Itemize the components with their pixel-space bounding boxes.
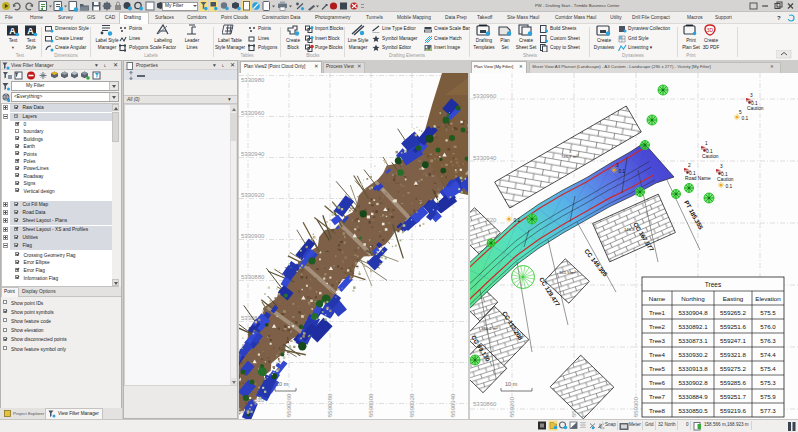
svg-text:5330892.1: 5330892.1 bbox=[678, 323, 708, 330]
svg-text:Tree7: Tree7 bbox=[649, 393, 665, 400]
svg-text:Tree4: Tree4 bbox=[649, 351, 665, 358]
svg-text:5330884.9: 5330884.9 bbox=[678, 393, 708, 400]
svg-text:0.1: 0.1 bbox=[751, 101, 758, 106]
svg-text:559321.8: 559321.8 bbox=[720, 351, 746, 358]
svg-text:559251.6: 559251.6 bbox=[720, 323, 746, 330]
svg-text:5330913.8: 5330913.8 bbox=[678, 365, 708, 372]
svg-text:Tree2: Tree2 bbox=[649, 323, 665, 330]
svg-text:5590340: 5590340 bbox=[450, 393, 456, 417]
svg-text:5330940: 5330940 bbox=[241, 151, 265, 157]
svg-text:5330873.1: 5330873.1 bbox=[678, 337, 708, 344]
svg-text:5590280: 5590280 bbox=[327, 393, 333, 417]
svg-text:5330960: 5330960 bbox=[241, 110, 265, 116]
svg-text:575.5: 575.5 bbox=[760, 309, 776, 316]
svg-text:5330980: 5330980 bbox=[241, 77, 265, 83]
svg-text:0.1: 0.1 bbox=[742, 116, 749, 121]
svg-text:Caution: Caution bbox=[747, 106, 764, 111]
svg-text:559260: 559260 bbox=[509, 396, 515, 417]
svg-text:Trees: Trees bbox=[705, 281, 722, 288]
svg-text:5590320: 5590320 bbox=[409, 393, 415, 417]
svg-text:Tree5: Tree5 bbox=[649, 365, 665, 372]
svg-text:Caution: Caution bbox=[702, 154, 719, 159]
svg-text:161.5 m²: 161.5 m² bbox=[559, 270, 576, 275]
svg-text:5: 5 bbox=[739, 110, 742, 115]
svg-text:559251.7: 559251.7 bbox=[720, 393, 746, 400]
svg-text:559247.1: 559247.1 bbox=[720, 337, 746, 344]
svg-text:5330900: 5330900 bbox=[241, 233, 265, 239]
svg-text:Tree8: Tree8 bbox=[649, 407, 665, 414]
svg-text:Northing: Northing bbox=[681, 295, 705, 302]
svg-text:0.1: 0.1 bbox=[619, 169, 626, 174]
svg-text:Tree6: Tree6 bbox=[649, 379, 665, 386]
svg-text:5330904.8: 5330904.8 bbox=[678, 309, 708, 316]
svg-text:0.1: 0.1 bbox=[689, 171, 696, 176]
svg-text:Caution: Caution bbox=[717, 177, 734, 182]
svg-text:5590300: 5590300 bbox=[368, 393, 374, 417]
svg-text:Name: Name bbox=[649, 295, 666, 302]
svg-text:559300: 559300 bbox=[633, 396, 639, 417]
svg-text:386.2 m²: 386.2 m² bbox=[481, 326, 498, 331]
svg-text:5330902.8: 5330902.8 bbox=[678, 379, 708, 386]
svg-text:0.1: 0.1 bbox=[514, 218, 521, 223]
svg-text:559265.2: 559265.2 bbox=[720, 309, 746, 316]
svg-text:0.1: 0.1 bbox=[721, 172, 728, 177]
svg-text:575.3: 575.3 bbox=[760, 379, 776, 386]
svg-text:5330920: 5330920 bbox=[241, 192, 265, 198]
svg-text:3: 3 bbox=[616, 163, 619, 168]
svg-text:10 m: 10 m bbox=[505, 381, 518, 387]
svg-text:575.4: 575.4 bbox=[760, 365, 776, 372]
svg-text:5330850.5: 5330850.5 bbox=[678, 407, 708, 414]
svg-text:559275.2: 559275.2 bbox=[720, 365, 746, 372]
svg-text:2: 2 bbox=[688, 163, 691, 168]
svg-text:3D: 3D bbox=[707, 27, 714, 33]
svg-text:574.4: 574.4 bbox=[760, 351, 776, 358]
svg-text:3: 3 bbox=[720, 164, 723, 169]
svg-text:5330930.2: 5330930.2 bbox=[678, 351, 708, 358]
svg-text:Tree3: Tree3 bbox=[649, 337, 665, 344]
svg-text:1: 1 bbox=[705, 141, 708, 146]
svg-text:575.9: 575.9 bbox=[760, 393, 776, 400]
svg-text:5330880: 5330880 bbox=[241, 274, 265, 280]
svg-text:A: A bbox=[27, 26, 34, 36]
svg-text:576.0: 576.0 bbox=[760, 323, 776, 330]
svg-text:576.3: 576.3 bbox=[760, 337, 776, 344]
svg-text:0.1: 0.1 bbox=[726, 184, 733, 189]
svg-text:Road Name: Road Name bbox=[685, 176, 711, 181]
svg-text:A: A bbox=[9, 26, 16, 36]
svg-text:5330960: 5330960 bbox=[473, 93, 497, 99]
svg-text:146.8: 146.8 bbox=[624, 227, 635, 232]
svg-text:5330860: 5330860 bbox=[473, 401, 497, 407]
svg-text:559219.6: 559219.6 bbox=[720, 407, 746, 414]
svg-text:746.7 m²: 746.7 m² bbox=[561, 154, 578, 159]
svg-text:Tree1: Tree1 bbox=[649, 309, 665, 316]
svg-text:3: 3 bbox=[750, 93, 753, 98]
svg-text:559285.6: 559285.6 bbox=[720, 379, 746, 386]
svg-text:5330940: 5330940 bbox=[473, 155, 497, 161]
svg-text:0.1: 0.1 bbox=[706, 149, 713, 154]
svg-text:Easting: Easting bbox=[723, 295, 744, 302]
svg-text:577.3: 577.3 bbox=[760, 407, 776, 414]
svg-text:5590260: 5590260 bbox=[286, 393, 292, 417]
svg-text:Elevation: Elevation bbox=[755, 295, 781, 302]
svg-text:PT 185.355: PT 185.355 bbox=[683, 199, 705, 231]
svg-text:10 m: 10 m bbox=[276, 381, 289, 387]
